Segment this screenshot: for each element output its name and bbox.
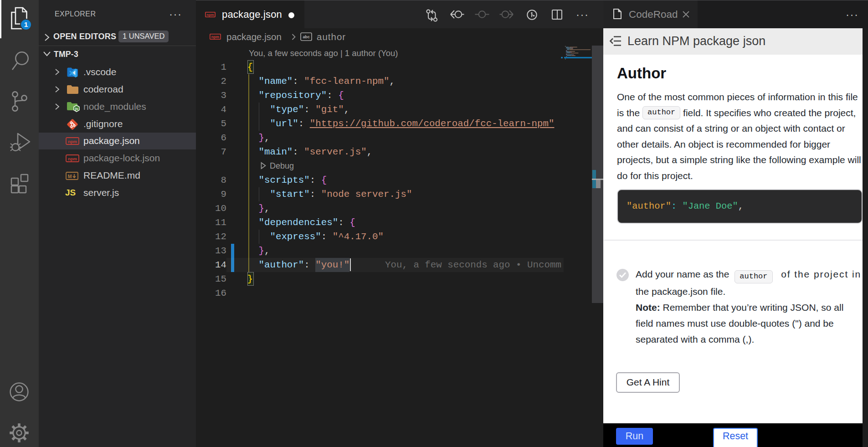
svg-text:js: js: [75, 107, 78, 111]
svg-text:npm: npm: [211, 35, 219, 39]
svg-text:M: M: [68, 174, 72, 179]
svg-text:npm: npm: [206, 13, 214, 17]
svg-text:npm: npm: [68, 139, 77, 144]
svg-text:abc: abc: [303, 35, 309, 39]
svg-text:npm: npm: [68, 156, 77, 161]
